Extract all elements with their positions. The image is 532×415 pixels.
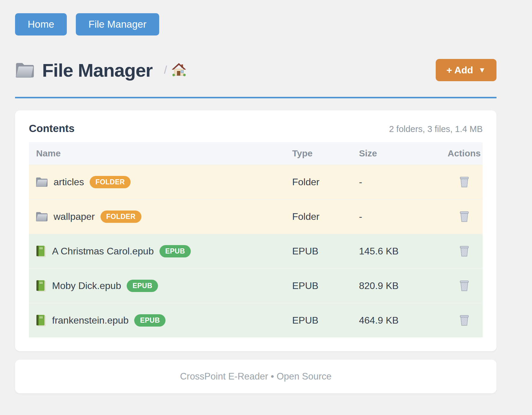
- folder-icon: [36, 211, 48, 222]
- breadcrumb-home-link[interactable]: [172, 63, 186, 78]
- type-cell: EPUB: [292, 303, 359, 337]
- type-cell: EPUB: [292, 269, 359, 303]
- type-cell: EPUB: [292, 234, 359, 269]
- title-group: File Manager /: [15, 60, 186, 81]
- delete-button[interactable]: [458, 209, 471, 223]
- trash-icon: [459, 184, 470, 189]
- contents-card: Contents 2 folders, 3 files, 1.4 MB Name…: [15, 110, 496, 351]
- footer-text: CrossPoint E-Reader • Open Source: [180, 371, 332, 382]
- green-book-icon: [36, 245, 46, 257]
- size-cell: 145.6 KB: [359, 234, 446, 269]
- size-cell: -: [359, 165, 446, 199]
- breadcrumb-separator: /: [164, 64, 167, 76]
- size-cell: 464.9 KB: [359, 303, 446, 337]
- file-name-link[interactable]: Moby Dick.epub: [52, 280, 121, 291]
- folder-badge: FOLDER: [101, 211, 141, 223]
- delete-button[interactable]: [458, 174, 471, 189]
- delete-button[interactable]: [458, 313, 471, 327]
- table-row-wallpaper: wallpaper FOLDER Folder -: [29, 199, 483, 234]
- contents-card-header: Contents 2 folders, 3 files, 1.4 MB: [29, 122, 483, 134]
- page-header: File Manager / + Add ▼: [15, 59, 496, 81]
- nav-file-manager-button[interactable]: File Manager: [76, 13, 159, 35]
- add-button-label: + Add: [447, 65, 473, 76]
- table-row-moby-dick: Moby Dick.epub EPUB EPUB 820.9 KB: [29, 269, 483, 303]
- folder-badge: FOLDER: [90, 176, 131, 188]
- green-book-icon: [36, 315, 46, 327]
- epub-badge: EPUB: [134, 314, 165, 327]
- top-nav: Home File Manager: [15, 13, 496, 35]
- column-header-name: Name: [29, 142, 292, 165]
- folder-icon: [15, 62, 34, 78]
- trash-icon: [459, 288, 470, 292]
- delete-button[interactable]: [458, 278, 471, 293]
- table-row-articles: articles FOLDER Folder -: [29, 165, 483, 199]
- column-header-size: Size: [359, 142, 446, 165]
- trash-icon: [459, 253, 470, 258]
- delete-button[interactable]: [458, 244, 471, 258]
- contents-heading: Contents: [29, 122, 75, 134]
- house-icon: [172, 63, 186, 78]
- title-divider: [15, 97, 496, 98]
- file-name-link[interactable]: articles: [54, 177, 84, 188]
- column-header-actions: Actions: [446, 142, 483, 165]
- trash-icon: [459, 219, 470, 223]
- file-name-link[interactable]: frankenstein.epub: [52, 315, 128, 326]
- table-row-frankenstein: frankenstein.epub EPUB EPUB 464.9 KB: [29, 303, 483, 337]
- add-button[interactable]: + Add ▼: [436, 59, 496, 81]
- size-cell: -: [359, 199, 446, 234]
- file-name-link[interactable]: A Christmas Carol.epub: [52, 246, 154, 257]
- type-cell: Folder: [292, 165, 359, 199]
- file-name-link[interactable]: wallpaper: [54, 211, 95, 222]
- epub-badge: EPUB: [159, 245, 191, 257]
- trash-icon: [459, 322, 470, 327]
- caret-down-icon: ▼: [478, 66, 486, 74]
- nav-home-button[interactable]: Home: [15, 13, 67, 35]
- green-book-icon: [36, 280, 46, 292]
- page-title: File Manager: [42, 60, 153, 81]
- folder-icon: [36, 177, 48, 187]
- file-manager-page: Home File Manager File Manager / + Add ▼…: [0, 0, 512, 393]
- file-table: Name Type Size Actions articles FOLDER F…: [29, 142, 483, 337]
- column-header-type: Type: [292, 142, 359, 165]
- type-cell: Folder: [292, 199, 359, 234]
- table-header-row: Name Type Size Actions: [29, 142, 483, 165]
- epub-badge: EPUB: [127, 280, 158, 292]
- table-row-christmas-carol: A Christmas Carol.epub EPUB EPUB 145.6 K…: [29, 234, 483, 269]
- footer: CrossPoint E-Reader • Open Source: [15, 360, 496, 393]
- size-cell: 820.9 KB: [359, 269, 446, 303]
- contents-summary: 2 folders, 3 files, 1.4 MB: [389, 124, 483, 134]
